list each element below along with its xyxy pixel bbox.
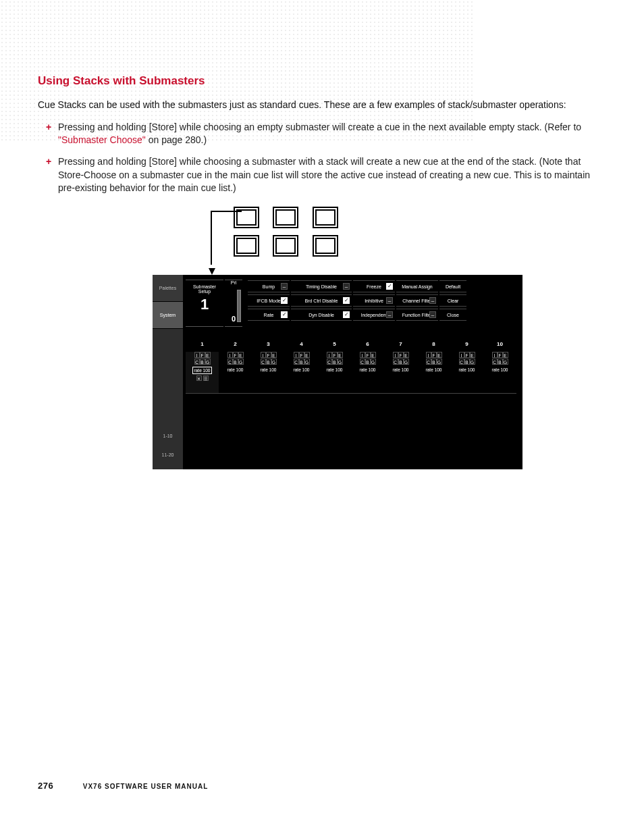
- bullet-1-post: on page 280.): [146, 134, 207, 145]
- filter-letter: F: [431, 352, 437, 358]
- panel-sidebar: Palettes System 1-10 11-20: [153, 275, 183, 469]
- check-icon: ✓: [281, 311, 288, 318]
- filter-letter: I: [492, 352, 498, 358]
- tab-palettes[interactable]: Palettes: [153, 275, 183, 302]
- priority-slider[interactable]: [237, 290, 241, 322]
- column-1: 1: [186, 341, 219, 347]
- column-4: 4: [285, 341, 318, 347]
- toggle-inhibitive[interactable]: Inhibitive–: [353, 294, 395, 307]
- filter-letter: E: [304, 352, 310, 358]
- toggle-rate[interactable]: Rate✓: [248, 309, 290, 321]
- filter-letter: E: [338, 352, 343, 358]
- filter-letter: G: [437, 359, 442, 365]
- toggle-manual-assign[interactable]: Manual Assign: [396, 280, 438, 292]
- rate-label: rate 100: [351, 367, 384, 373]
- submaster-cell-3[interactable]: IFECBGrate 100: [252, 352, 285, 394]
- cell-option-icon[interactable]: ☰: [203, 375, 209, 381]
- hw-button: [234, 235, 259, 257]
- filter-letter: G: [205, 359, 211, 365]
- submaster-cell-4[interactable]: IFECBGrate 100: [285, 352, 318, 394]
- toggle-dyn-disable[interactable]: Dyn Disable✓: [291, 309, 352, 321]
- range-11-20[interactable]: 11-20: [153, 452, 183, 457]
- filter-letter: B: [266, 359, 271, 365]
- check-icon: ✓: [343, 297, 350, 304]
- filter-letter: B: [431, 359, 437, 365]
- tab-system[interactable]: System: [153, 302, 183, 329]
- toggle-clear[interactable]: Clear: [439, 294, 466, 307]
- dash-icon: –: [386, 311, 393, 318]
- filter-letter: C: [492, 359, 498, 365]
- rate-label: rate 100: [384, 367, 417, 373]
- submaster-cell-6[interactable]: IFECBGrate 100: [351, 352, 384, 394]
- setup-label: Submaster Setup: [193, 284, 216, 294]
- column-3: 3: [252, 341, 285, 347]
- filter-letter: C: [459, 359, 464, 365]
- bullet-1-pre: Pressing and holding [Store] while choos…: [58, 122, 581, 132]
- dash-icon: –: [281, 283, 288, 290]
- bullet-2: Pressing and holding [Store] while choos…: [38, 155, 606, 195]
- toggle-function-filter[interactable]: Function Filter–: [396, 309, 438, 321]
- filter-letter: B: [498, 359, 503, 365]
- xref-link[interactable]: "Submaster Choose": [58, 134, 146, 145]
- filter-letter: E: [271, 352, 277, 358]
- arrow-down-icon: [209, 268, 215, 275]
- filter-letter: B: [299, 359, 304, 365]
- filter-letter: B: [464, 359, 470, 365]
- toggle-timing-disable[interactable]: Timing Disable–: [291, 280, 352, 292]
- range-1-10[interactable]: 1-10: [153, 434, 183, 438]
- submaster-setup-cell[interactable]: Submaster Setup 1: [186, 280, 223, 327]
- filter-letter: B: [398, 359, 404, 365]
- submaster-cell-5[interactable]: IFECBGrate 100: [318, 352, 351, 394]
- submaster-cell-10[interactable]: IFECBGrate 100: [483, 352, 516, 394]
- submaster-cell-2[interactable]: IFECBGrate 100: [219, 352, 252, 394]
- filter-letter: I: [261, 352, 266, 358]
- submaster-cell-9[interactable]: IFECBGrate 100: [450, 352, 483, 394]
- filter-letter: I: [227, 352, 233, 358]
- filter-letter: B: [200, 359, 205, 365]
- filter-letter: I: [426, 352, 431, 358]
- submaster-cell-7[interactable]: IFECBGrate 100: [384, 352, 417, 394]
- submaster-cell-8[interactable]: IFECBGrate 100: [417, 352, 450, 394]
- filter-letter: I: [194, 352, 200, 358]
- filter-letter: F: [332, 352, 338, 358]
- dash-icon: –: [386, 297, 393, 304]
- filter-letter: C: [393, 359, 398, 365]
- toggle-close[interactable]: Close: [439, 309, 466, 321]
- filter-letter: F: [498, 352, 503, 358]
- filter-letter: E: [503, 352, 508, 358]
- filter-letter: C: [227, 359, 233, 365]
- filter-letter: G: [404, 359, 409, 365]
- filter-letter: E: [371, 352, 376, 358]
- column-10: 10: [483, 341, 516, 347]
- filter-letter: E: [437, 352, 442, 358]
- filter-letter: I: [294, 352, 299, 358]
- toggle-grid: Bump–Timing Disable–Freeze✓Manual Assign…: [247, 280, 520, 323]
- toggle-default[interactable]: Default: [439, 280, 466, 292]
- filter-letter: C: [294, 359, 299, 365]
- filter-letter: I: [360, 352, 365, 358]
- toggle-freeze[interactable]: Freeze✓: [353, 280, 395, 292]
- toggle-brd-ctrl-disable[interactable]: Brd Ctrl Disable✓: [291, 294, 352, 307]
- filter-letter: B: [233, 359, 238, 365]
- toggle-independent[interactable]: Independent–: [353, 309, 395, 321]
- filter-letter: G: [338, 359, 343, 365]
- toggle-ifcb-mode[interactable]: IFCB Mode✓: [248, 294, 290, 307]
- rate-label: rate 100: [285, 367, 318, 373]
- submaster-cell-1[interactable]: IFECBGrate 100✕☰: [186, 352, 219, 394]
- toggle-channel-filter[interactable]: Channel Filter–: [396, 294, 438, 307]
- filter-letter: G: [371, 359, 376, 365]
- column-2: 2: [219, 341, 252, 347]
- submaster-panel: Palettes System 1-10 11-20 Submaster Set…: [153, 275, 522, 469]
- rate-label: rate 100: [417, 367, 450, 373]
- filter-letter: C: [426, 359, 431, 365]
- cell-option-icon[interactable]: ✕: [196, 375, 202, 381]
- filter-letter: C: [360, 359, 365, 365]
- filter-letter: F: [365, 352, 371, 358]
- rate-label: rate 100: [219, 367, 252, 373]
- filter-letter: C: [194, 359, 200, 365]
- filter-letter: F: [266, 352, 271, 358]
- rate-value: rate 100: [192, 367, 213, 374]
- filter-letter: E: [238, 352, 244, 358]
- filter-letter: E: [404, 352, 409, 358]
- toggle-bump[interactable]: Bump–: [248, 280, 290, 292]
